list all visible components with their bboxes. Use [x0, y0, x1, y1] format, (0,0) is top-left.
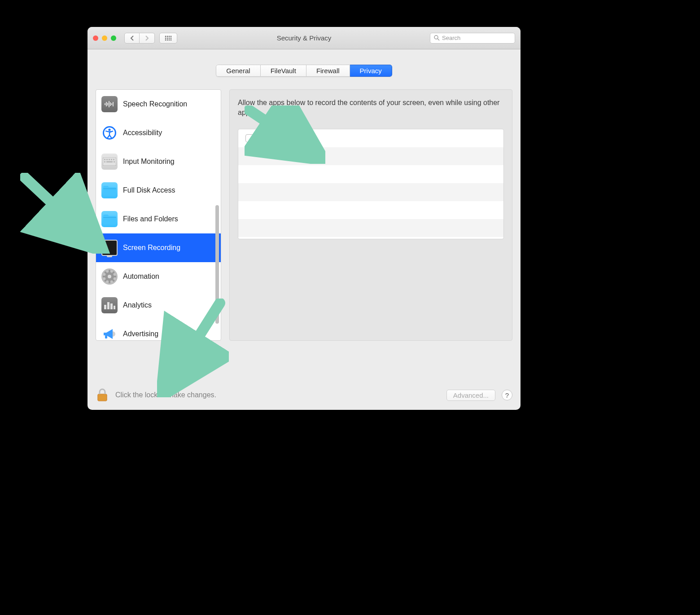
search-placeholder: Search: [442, 35, 460, 41]
sidebar-item-automation[interactable]: Automation: [96, 262, 221, 291]
tab-firewall[interactable]: Firewall: [306, 65, 350, 77]
svg-point-44: [108, 275, 111, 278]
app-row-empty: [238, 165, 503, 183]
app-row-empty: [238, 201, 503, 219]
sidebar-item-screen-recording[interactable]: Screen Recording: [96, 233, 221, 262]
window-controls: [93, 35, 116, 41]
svg-rect-39: [114, 276, 116, 277]
svg-point-5: [167, 37, 168, 39]
sidebar-item-full-disk-access[interactable]: Full Disk Access: [96, 176, 221, 205]
sidebar-item-accessibility[interactable]: Accessibility: [96, 119, 221, 147]
sidebar-item-label: Analytics: [123, 301, 152, 309]
app-row-empty: [238, 147, 503, 165]
svg-rect-37: [109, 281, 110, 283]
folder-icon: [101, 211, 118, 227]
search-icon: [434, 35, 440, 41]
sidebar-item-label: Full Disk Access: [123, 186, 175, 194]
lock-icon[interactable]: [96, 388, 109, 402]
search-input[interactable]: Search: [430, 33, 515, 44]
svg-rect-38: [103, 276, 105, 277]
main-body: Speech Recognition Accessibility Input M…: [88, 77, 521, 381]
scrollbar-thumb[interactable]: [215, 205, 219, 324]
app-icon: [259, 132, 271, 145]
svg-point-9: [167, 39, 168, 40]
svg-rect-34: [103, 217, 116, 218]
svg-rect-49: [105, 335, 107, 338]
sidebar-item-label: Advertising: [123, 330, 158, 338]
svg-rect-33: [103, 189, 116, 189]
svg-rect-26: [106, 159, 108, 160]
sidebar-item-label: Speech Recognition: [123, 100, 187, 108]
waveform-icon: [101, 96, 118, 112]
folder-icon: [101, 182, 118, 198]
svg-rect-36: [109, 270, 110, 272]
svg-rect-48: [114, 306, 115, 309]
sidebar-item-label: Screen Recording: [123, 244, 180, 252]
display-icon: [101, 240, 118, 256]
sidebar-item-label: Accessibility: [123, 129, 162, 137]
tab-privacy[interactable]: Privacy: [350, 65, 392, 77]
svg-rect-31: [106, 161, 113, 163]
gear-icon: [101, 268, 118, 285]
chevron-right-icon: [145, 35, 149, 41]
svg-point-1: [167, 35, 168, 37]
sidebar-item-speech-recognition[interactable]: Speech Recognition: [96, 90, 221, 119]
app-row[interactable]: Vanilla: [238, 129, 503, 147]
svg-rect-50: [98, 394, 107, 401]
lock-text: Click the lock to make changes.: [115, 391, 216, 399]
svg-point-11: [171, 39, 172, 40]
minimize-window-button[interactable]: [102, 35, 107, 41]
close-window-button[interactable]: [93, 35, 98, 41]
svg-line-57: [25, 177, 96, 245]
grid-icon: [165, 35, 172, 41]
svg-point-10: [169, 39, 170, 40]
zoom-window-button[interactable]: [111, 35, 116, 41]
megaphone-icon: [101, 326, 118, 340]
svg-point-12: [434, 35, 438, 39]
svg-rect-47: [110, 303, 113, 309]
tab-general[interactable]: General: [216, 65, 260, 77]
help-label: ?: [505, 391, 509, 399]
svg-point-7: [171, 37, 172, 39]
window-title: Security & Privacy: [277, 34, 332, 42]
help-button[interactable]: ?: [502, 390, 512, 400]
app-list: Vanilla: [238, 129, 504, 239]
app-row-empty: [238, 219, 503, 237]
footer: Click the lock to make changes. Advanced…: [88, 381, 521, 410]
svg-point-3: [171, 35, 172, 37]
show-all-button[interactable]: [159, 33, 177, 44]
svg-rect-28: [111, 159, 112, 160]
svg-rect-45: [104, 305, 106, 309]
forward-button[interactable]: [140, 33, 155, 44]
tab-filevault[interactable]: FileVault: [261, 65, 306, 77]
svg-point-23: [108, 128, 110, 131]
sidebar-item-label: Automation: [123, 272, 159, 281]
back-button[interactable]: [124, 33, 140, 44]
permission-description: Allow the apps below to record the conte…: [238, 98, 504, 118]
sidebar-item-label: Input Monitoring: [123, 158, 175, 166]
app-row-empty: [238, 183, 503, 201]
svg-rect-29: [113, 159, 114, 160]
sidebar-item-input-monitoring[interactable]: Input Monitoring: [96, 147, 221, 176]
app-checkbox[interactable]: [245, 134, 254, 142]
advanced-button[interactable]: Advanced...: [446, 390, 495, 401]
sidebar-item-advertising[interactable]: Advertising: [96, 320, 221, 340]
sidebar-item-files-and-folders[interactable]: Files and Folders: [96, 205, 221, 233]
nav-buttons: [124, 33, 155, 44]
titlebar: Security & Privacy Search: [88, 27, 521, 49]
content-pane: Allow the apps below to record the conte…: [229, 89, 512, 341]
svg-point-2: [169, 35, 170, 37]
svg-rect-27: [109, 159, 110, 160]
svg-point-8: [165, 39, 166, 40]
sidebar-item-analytics[interactable]: Analytics: [96, 291, 221, 320]
accessibility-icon: [101, 125, 118, 141]
privacy-sidebar: Speech Recognition Accessibility Input M…: [96, 89, 221, 341]
svg-rect-32: [114, 161, 115, 163]
sidebar-scrollbar[interactable]: [214, 92, 220, 338]
svg-rect-46: [107, 302, 109, 309]
svg-point-6: [169, 37, 170, 39]
bar-chart-icon: [101, 297, 118, 313]
app-name: Vanilla: [277, 134, 298, 142]
keyboard-icon: [101, 154, 118, 170]
svg-point-0: [165, 35, 166, 37]
